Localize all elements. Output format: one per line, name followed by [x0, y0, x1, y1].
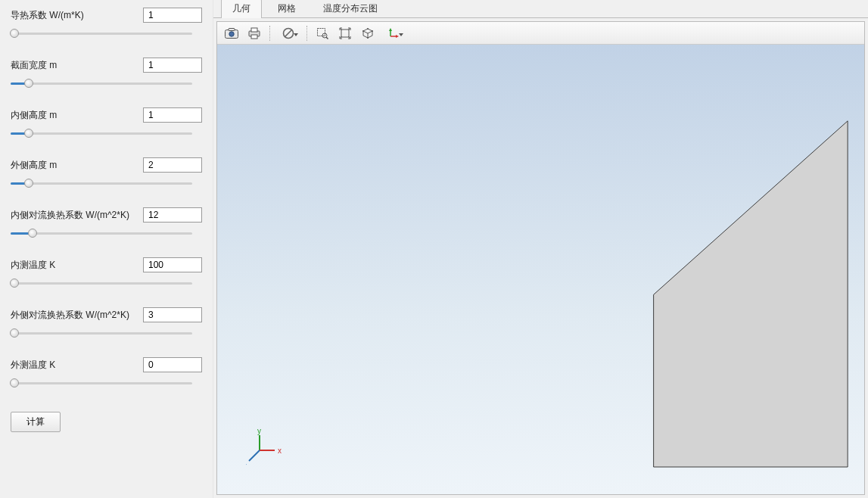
param-slider-1[interactable]: [11, 77, 192, 89]
viewer-canvas[interactable]: yxz: [217, 45, 864, 494]
forbid-icon[interactable]: [275, 24, 301, 42]
param-label: 导热系数 W/(m*K): [11, 9, 84, 22]
svg-point-15: [367, 37, 369, 39]
svg-marker-19: [396, 35, 399, 38]
zoom-box-icon[interactable]: [313, 24, 332, 42]
tab-0[interactable]: 几何: [221, 0, 262, 18]
svg-point-14: [367, 28, 369, 30]
param-input-5[interactable]: [143, 257, 202, 272]
param-input-3[interactable]: [143, 157, 202, 173]
param-input-4[interactable]: [143, 207, 202, 223]
svg-text:x: x: [278, 447, 282, 455]
svg-rect-1: [229, 28, 235, 30]
parameter-sidebar: 导热系数 W/(m*K)截面宽度 m内侧高度 m外侧高度 m内侧对流换热系数 W…: [0, 0, 213, 498]
svg-rect-5: [251, 35, 257, 39]
viewer-toolbar: [217, 22, 864, 45]
param-3: 外侧高度 m: [11, 157, 202, 189]
svg-line-7: [285, 30, 292, 36]
param-0: 导热系数 W/(m*K): [11, 8, 202, 39]
main-panel: 几何网格温度分布云图 yxz: [213, 0, 868, 498]
svg-text:y: y: [257, 427, 261, 435]
svg-rect-8: [318, 28, 325, 36]
geometry-shape: [217, 45, 864, 494]
svg-marker-20: [654, 121, 848, 467]
param-7: 外测温度 K: [11, 357, 202, 389]
param-5: 内测温度 K: [11, 257, 202, 289]
param-input-7[interactable]: [143, 357, 202, 372]
param-slider-5[interactable]: [11, 277, 192, 289]
param-slider-7[interactable]: [11, 377, 192, 389]
svg-text:z: z: [246, 462, 247, 465]
param-input-1[interactable]: [143, 58, 202, 73]
tab-2[interactable]: 温度分布云图: [312, 0, 389, 18]
param-label: 内侧高度 m: [11, 109, 57, 122]
svg-point-12: [362, 30, 364, 32]
param-slider-6[interactable]: [11, 327, 192, 339]
param-label: 外侧对流换热系数 W/(m^2*K): [11, 309, 129, 322]
param-slider-0[interactable]: [11, 27, 192, 39]
svg-point-2: [229, 31, 234, 36]
svg-line-25: [249, 450, 260, 461]
print-icon[interactable]: [244, 24, 264, 42]
viewer-frame: yxz: [216, 21, 865, 495]
tab-bar: 几何网格温度分布云图: [213, 0, 868, 18]
param-slider-3[interactable]: [11, 177, 192, 189]
screenshot-icon[interactable]: [222, 24, 241, 42]
calculate-button[interactable]: 计算: [11, 412, 61, 432]
param-input-0[interactable]: [143, 8, 202, 23]
param-input-6[interactable]: [143, 307, 202, 322]
param-6: 外侧对流换热系数 W/(m^2*K): [11, 307, 202, 339]
axis-triad-icon[interactable]: [381, 24, 406, 42]
param-1: 截面宽度 m: [11, 58, 202, 89]
param-slider-4[interactable]: [11, 227, 192, 239]
param-slider-2[interactable]: [11, 127, 192, 139]
tab-1[interactable]: 网格: [266, 0, 307, 18]
zoom-extents-icon[interactable]: [335, 24, 355, 42]
param-label: 外测温度 K: [11, 359, 55, 372]
param-input-2[interactable]: [143, 107, 202, 123]
rotate-3d-icon[interactable]: [358, 24, 378, 42]
param-4: 内侧对流换热系数 W/(m^2*K): [11, 207, 202, 239]
svg-point-13: [372, 30, 373, 32]
param-label: 内测温度 K: [11, 259, 55, 272]
param-label: 内侧对流换热系数 W/(m^2*K): [11, 209, 129, 222]
axis-triad: yxz: [246, 420, 291, 465]
svg-rect-11: [341, 30, 349, 37]
param-2: 内侧高度 m: [11, 107, 202, 139]
svg-rect-4: [251, 28, 257, 32]
svg-line-10: [326, 37, 328, 39]
svg-marker-17: [389, 28, 392, 31]
param-label: 截面宽度 m: [11, 59, 57, 72]
param-label: 外侧高度 m: [11, 159, 57, 172]
